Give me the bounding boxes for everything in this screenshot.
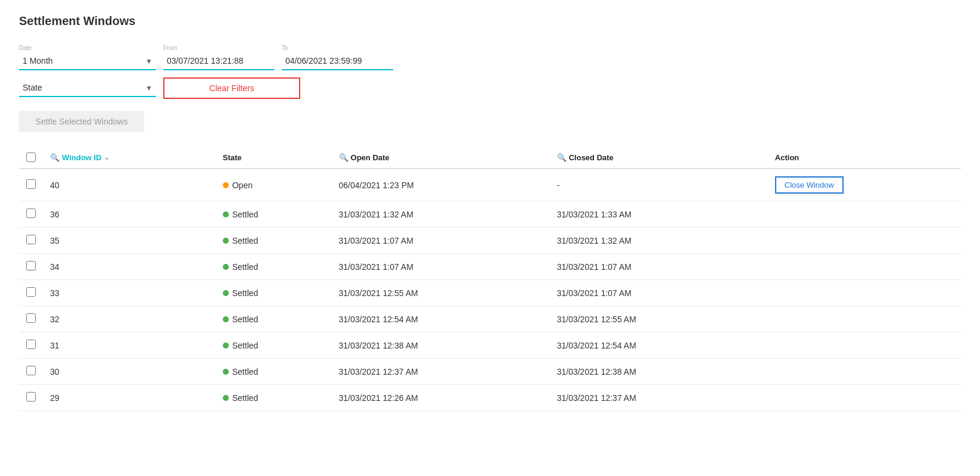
open-date-label: Open Date <box>351 153 390 162</box>
state-text: Settled <box>232 288 259 298</box>
open-date-search-icon[interactable]: 🔍 <box>339 153 349 162</box>
state-cell: Settled <box>216 306 332 332</box>
state-cell: Settled <box>216 254 332 280</box>
from-label: From <box>163 45 275 51</box>
table-row: 34Settled31/03/2021 1:07 AM31/03/2021 1:… <box>19 254 961 280</box>
table-row: 40Open06/04/2021 1:23 PM-Close Window <box>19 169 961 201</box>
to-label: To <box>282 45 393 51</box>
closed-date-column-header: 🔍 Closed Date <box>550 147 768 169</box>
state-cell: Settled <box>216 280 332 306</box>
action-label: Action <box>775 153 799 162</box>
settled-dot-icon <box>223 369 229 375</box>
settled-dot-icon <box>223 238 229 244</box>
closed-date-cell: 31/03/2021 12:38 AM <box>550 359 768 385</box>
row-checkbox-cell <box>19 306 43 332</box>
closed-date-cell: 31/03/2021 12:37 AM <box>550 385 768 411</box>
state-cell: Settled <box>216 201 332 228</box>
row-checkbox-cell <box>19 201 43 228</box>
date-filter-label: Date <box>19 45 156 51</box>
window-id-cell: 29 <box>43 385 216 411</box>
row-checkbox-cell <box>19 254 43 280</box>
closed-date-cell: 31/03/2021 1:07 AM <box>550 280 768 306</box>
row-checkbox-cell <box>19 280 43 306</box>
state-text: Settled <box>232 210 259 219</box>
clear-filters-button[interactable]: Clear Filters <box>163 77 300 99</box>
action-cell <box>768 201 961 228</box>
to-input[interactable] <box>282 52 393 70</box>
state-select[interactable]: State Open Settled Closed <box>19 79 156 97</box>
table-row: 30Settled31/03/2021 12:37 AM31/03/2021 1… <box>19 359 961 385</box>
table-row: 36Settled31/03/2021 1:32 AM31/03/2021 1:… <box>19 201 961 228</box>
to-filter-group: To <box>282 45 393 70</box>
table-row: 33Settled31/03/2021 12:55 AM31/03/2021 1… <box>19 280 961 306</box>
table-row: 32Settled31/03/2021 12:54 AM31/03/2021 1… <box>19 306 961 332</box>
window-id-search-icon[interactable]: 🔍 <box>50 153 60 162</box>
row-checkbox[interactable] <box>26 235 36 244</box>
state-text: Settled <box>232 262 259 272</box>
settled-dot-icon <box>223 395 229 401</box>
open-date-cell: 31/03/2021 12:54 AM <box>332 306 550 332</box>
window-id-label[interactable]: Window ID <box>62 153 101 162</box>
settled-dot-icon <box>223 290 229 296</box>
select-all-checkbox[interactable] <box>26 153 36 162</box>
state-text: Settled <box>232 236 259 245</box>
row-checkbox-cell <box>19 385 43 411</box>
row-checkbox-cell <box>19 169 43 201</box>
state-select-wrapper: State Open Settled Closed ▼ <box>19 79 156 97</box>
select-all-column <box>19 147 43 169</box>
state-cell: Settled <box>216 385 332 411</box>
settle-selected-windows-button[interactable]: Settle Selected Windows <box>19 111 144 132</box>
open-date-cell: 31/03/2021 12:38 AM <box>332 332 550 359</box>
action-column-header: Action <box>768 147 961 169</box>
row-checkbox[interactable] <box>26 340 36 349</box>
from-filter-group: From <box>163 45 275 70</box>
filters-row-1: Date 1 Month 3 Months 6 Months 1 Year ▼ … <box>19 45 961 70</box>
row-checkbox[interactable] <box>26 313 36 323</box>
state-column-header: State <box>216 147 332 169</box>
open-date-column-header: 🔍 Open Date <box>332 147 550 169</box>
open-date-cell: 06/04/2021 1:23 PM <box>332 169 550 201</box>
action-cell: Close Window <box>768 169 961 201</box>
closed-date-cell: 31/03/2021 1:07 AM <box>550 254 768 280</box>
window-id-cell: 34 <box>43 254 216 280</box>
row-checkbox[interactable] <box>26 366 36 375</box>
open-date-cell: 31/03/2021 1:07 AM <box>332 254 550 280</box>
settled-dot-icon <box>223 343 229 349</box>
settlement-windows-table: 🔍 Window ID ⌄ State 🔍 Open Date <box>19 147 961 411</box>
action-cell <box>768 280 961 306</box>
action-cell <box>768 306 961 332</box>
row-checkbox[interactable] <box>26 261 36 270</box>
window-id-sort-icon[interactable]: ⌄ <box>104 153 110 161</box>
state-cell: Settled <box>216 228 332 254</box>
from-input[interactable] <box>163 52 275 70</box>
row-checkbox[interactable] <box>26 287 36 297</box>
settled-dot-icon <box>223 316 229 322</box>
table-row: 29Settled31/03/2021 12:26 AM31/03/2021 1… <box>19 385 961 411</box>
state-label: State <box>223 153 242 162</box>
closed-date-label: Closed Date <box>569 153 614 162</box>
window-id-cell: 40 <box>43 169 216 201</box>
closed-date-cell: 31/03/2021 1:32 AM <box>550 228 768 254</box>
settlement-windows-table-container: 🔍 Window ID ⌄ State 🔍 Open Date <box>19 147 961 411</box>
closed-date-cell: 31/03/2021 1:33 AM <box>550 201 768 228</box>
window-id-cell: 35 <box>43 228 216 254</box>
window-id-column-header: 🔍 Window ID ⌄ <box>43 147 216 169</box>
state-text: Open <box>232 181 253 190</box>
state-text: Settled <box>232 367 259 377</box>
window-id-cell: 32 <box>43 306 216 332</box>
row-checkbox[interactable] <box>26 179 36 189</box>
window-id-cell: 31 <box>43 332 216 359</box>
window-id-cell: 33 <box>43 280 216 306</box>
action-cell <box>768 359 961 385</box>
row-checkbox[interactable] <box>26 209 36 218</box>
closed-date-cell: 31/03/2021 12:54 AM <box>550 332 768 359</box>
open-date-cell: 31/03/2021 1:07 AM <box>332 228 550 254</box>
close-window-button[interactable]: Close Window <box>775 176 844 194</box>
table-row: 31Settled31/03/2021 12:38 AM31/03/2021 1… <box>19 332 961 359</box>
date-select[interactable]: 1 Month 3 Months 6 Months 1 Year <box>19 52 156 70</box>
filters-row-2: State Open Settled Closed ▼ Clear Filter… <box>19 77 961 99</box>
closed-date-search-icon[interactable]: 🔍 <box>557 153 567 162</box>
row-checkbox[interactable] <box>26 392 36 402</box>
state-text: Settled <box>232 341 259 350</box>
action-cell <box>768 228 961 254</box>
